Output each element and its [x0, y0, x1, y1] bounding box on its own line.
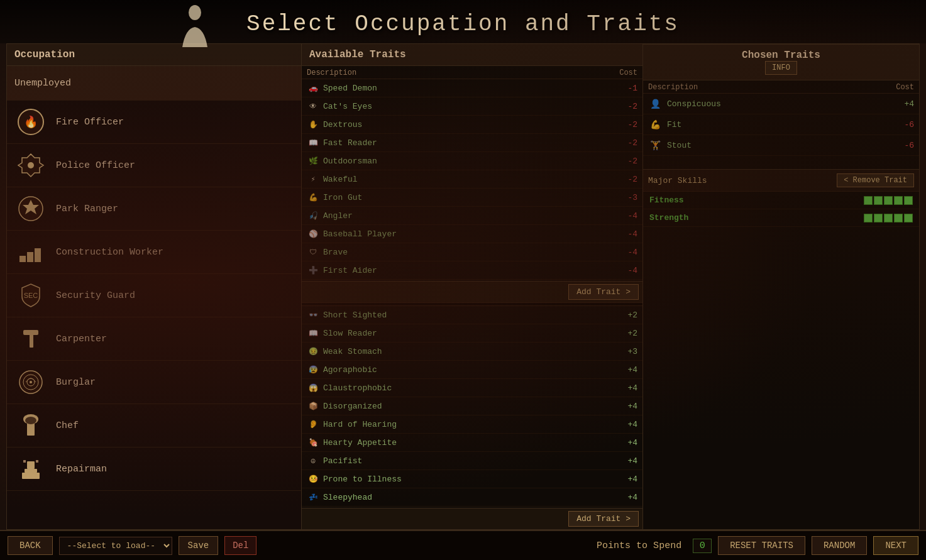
positive-trait-item[interactable]: ⚾ Baseball Player -4 [302, 225, 642, 243]
occupation-item-burglar[interactable]: Burglar [7, 361, 301, 404]
negative-trait-item[interactable]: 😱 Claustrophobic +4 [302, 379, 642, 397]
positive-trait-item[interactable]: 🛡 Brave -4 [302, 243, 642, 261]
negative-trait-item[interactable]: 📦 Disorganized +4 [302, 397, 642, 415]
trait-name: Hearty Appetite [323, 438, 612, 447]
negative-trait-item[interactable]: 🤒 Prone to Illness +4 [302, 470, 642, 488]
chosen-trait-item[interactable]: 👤 Conspicuous +4 [643, 94, 919, 114]
negative-trait-item[interactable]: 📖 Slow Reader +2 [302, 324, 642, 343]
negative-trait-item[interactable]: 👓 Short Sighted +2 [302, 306, 642, 324]
svg-point-4 [28, 162, 34, 168]
occupation-item-construction-worker[interactable]: Construction Worker [7, 231, 301, 274]
content-area: Occupation Unemployed 🔥 Fire Officer [0, 43, 926, 530]
negative-trait-item[interactable]: 🤢 Weak Stomach +3 [302, 343, 642, 361]
skill-bar-segment [904, 214, 913, 222]
positive-trait-item[interactable]: 🌿 Outdoorsman -2 [302, 152, 642, 170]
occupation-item-carpenter[interactable]: Carpenter [7, 317, 301, 361]
negative-traits-section: 👓 Short Sighted +2 📖 Slow Reader +2 🤢 We… [302, 306, 642, 529]
skill-bar-segment [864, 214, 873, 222]
positive-trait-item[interactable]: 🚗 Speed Demon -1 [302, 79, 642, 97]
trait-icon: 🎣 [307, 209, 319, 222]
trait-icon: 🚗 [307, 82, 319, 94]
trait-name: Hard of Hearing [323, 420, 612, 429]
negative-trait-item[interactable]: 👂 Hard of Hearing +4 [302, 415, 642, 434]
major-skills-section: Major Skills < Remove Trait Fitness Stre… [643, 169, 919, 529]
trait-cost: +4 [612, 493, 637, 502]
positive-trait-item[interactable]: 💪 Iron Gut -3 [302, 189, 642, 207]
chosen-trait-cost: -6 [889, 120, 914, 129]
trait-icon: 😱 [307, 382, 319, 394]
info-button[interactable]: INFO [765, 61, 797, 75]
negative-trait-item[interactable]: 🍖 Hearty Appetite +4 [302, 434, 642, 452]
bottom-bar: BACK --Select to load-- Save Del Points … [0, 530, 926, 560]
occupation-item-repairman[interactable]: Repairman [7, 447, 301, 491]
positive-trait-item[interactable]: ✋ Dextrous -2 [302, 116, 642, 134]
positive-trait-item[interactable]: 🎣 Angler -4 [302, 207, 642, 225]
next-button[interactable]: NEXT [873, 536, 918, 555]
negative-trait-item[interactable]: 💤 Sleepyhead +4 [302, 488, 642, 507]
trait-name: Prone to Illness [323, 475, 612, 484]
trait-icon: ✋ [307, 118, 319, 131]
positive-trait-item[interactable]: 📖 Fast Reader -2 [302, 134, 642, 152]
trait-cost: -2 [612, 156, 637, 166]
chosen-trait-item[interactable]: 🏋 Stout -6 [643, 135, 919, 156]
add-negative-trait-button[interactable]: Add Trait > [568, 511, 639, 527]
del-button[interactable]: Del [224, 536, 256, 555]
occupation-item-park-ranger[interactable]: Park Ranger [7, 187, 301, 231]
reset-traits-button[interactable]: RESET TRAITS [718, 536, 805, 555]
fire-officer-icon: 🔥 [14, 106, 47, 138]
chosen-traits-list: 👤 Conspicuous +4 💪 Fit -6 🏋 Stout -6 [643, 94, 919, 169]
skill-bar-segment [894, 214, 903, 222]
trait-icon: 👁 [307, 100, 319, 113]
remove-trait-button[interactable]: < Remove Trait [837, 173, 914, 187]
svg-rect-22 [27, 461, 35, 469]
skills-list: Fitness Strength [643, 192, 919, 227]
construction-worker-icon [14, 236, 47, 268]
occupation-item-fire-officer[interactable]: 🔥 Fire Officer [7, 101, 301, 144]
trait-cost: -4 [612, 229, 637, 239]
skill-bar-segment [904, 196, 913, 205]
trait-name: Dextrous [323, 120, 612, 129]
positive-trait-item[interactable]: ➕ First Aider -4 [302, 261, 642, 280]
negative-trait-item[interactable]: 😰 Agoraphobic +4 [302, 361, 642, 379]
chosen-traits-header: Chosen Traits [742, 50, 820, 61]
chosen-trait-name: Conspicuous [667, 99, 889, 109]
skill-bar-segment [864, 196, 873, 205]
occupation-item-police-officer[interactable]: Police Officer [7, 144, 301, 187]
police-officer-icon [14, 149, 47, 182]
svg-rect-24 [36, 460, 38, 463]
negative-trait-item[interactable]: ☮ Pacifist +4 [302, 452, 642, 470]
save-button[interactable]: Save [179, 536, 219, 555]
occupation-item-unemployed[interactable]: Unemployed [7, 66, 301, 101]
back-button[interactable]: BACK [8, 536, 53, 555]
positive-trait-item[interactable]: ⚡ Wakeful -2 [302, 170, 642, 189]
trait-cost: -4 [612, 266, 637, 275]
svg-point-0 [189, 5, 201, 20]
svg-rect-23 [23, 460, 26, 463]
load-select[interactable]: --Select to load-- [59, 537, 172, 555]
chosen-columns: Description Cost [643, 80, 919, 94]
trait-cost: +4 [612, 402, 637, 411]
random-button[interactable]: RANDOM [812, 536, 867, 555]
security-guard-icon: SEC [14, 279, 47, 312]
trait-icon: 👂 [307, 418, 319, 431]
trait-cost: +2 [612, 329, 637, 338]
trait-icon: 🤒 [307, 473, 319, 485]
trait-cost: -4 [612, 211, 637, 221]
trait-name: Wakeful [323, 175, 612, 184]
positive-traits-list: 🚗 Speed Demon -1 👁 Cat's Eyes -2 ✋ Dextr… [302, 79, 642, 281]
occupation-item-chef[interactable]: Chef [7, 404, 301, 447]
svg-text:🔥: 🔥 [24, 115, 38, 129]
occupation-item-security-guard[interactable]: SEC Security Guard [7, 274, 301, 317]
svg-rect-8 [27, 252, 33, 262]
trait-cost: +4 [612, 383, 637, 393]
positive-trait-item[interactable]: 👁 Cat's Eyes -2 [302, 97, 642, 116]
chosen-trait-item[interactable]: 💪 Fit -6 [643, 114, 919, 135]
trait-name: Short Sighted [323, 310, 612, 320]
trait-name: Iron Gut [323, 193, 612, 202]
add-positive-trait-button[interactable]: Add Trait > [568, 284, 639, 300]
trait-icon: ⚾ [307, 228, 319, 240]
trait-cost: +4 [612, 456, 637, 466]
skills-header-row: Major Skills < Remove Trait [643, 170, 919, 192]
trait-icon: 💪 [307, 191, 319, 204]
chosen-trait-icon: 👤 [648, 97, 662, 111]
